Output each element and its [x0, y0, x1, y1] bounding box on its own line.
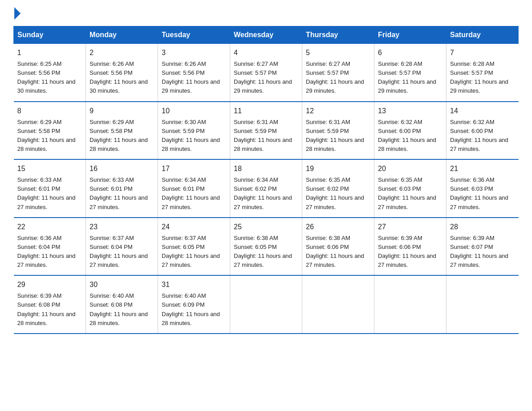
logo-arrow-icon — [14, 7, 21, 20]
calendar-cell — [302, 275, 374, 334]
day-info: Sunrise: 6:28 AMSunset: 5:57 PMDaylight:… — [378, 60, 442, 96]
day-number: 6 — [378, 47, 442, 58]
day-number: 8 — [17, 106, 82, 116]
calendar-cell: 25Sunrise: 6:38 AMSunset: 6:05 PMDayligh… — [230, 218, 302, 276]
day-info: Sunrise: 6:40 AMSunset: 6:09 PMDaylight:… — [162, 291, 226, 328]
day-info: Sunrise: 6:27 AMSunset: 5:57 PMDaylight:… — [306, 60, 370, 96]
calendar-cell — [374, 275, 446, 334]
week-row-1: 1Sunrise: 6:25 AMSunset: 5:56 PMDaylight… — [14, 44, 519, 102]
week-row-4: 22Sunrise: 6:36 AMSunset: 6:04 PMDayligh… — [14, 218, 519, 276]
header-wednesday: Wednesday — [230, 26, 302, 44]
day-info: Sunrise: 6:39 AMSunset: 6:07 PMDaylight:… — [450, 234, 515, 270]
calendar-cell: 11Sunrise: 6:31 AMSunset: 5:59 PMDayligh… — [230, 102, 302, 160]
day-info: Sunrise: 6:39 AMSunset: 6:08 PMDaylight:… — [17, 291, 82, 328]
week-row-3: 15Sunrise: 6:33 AMSunset: 6:01 PMDayligh… — [14, 159, 519, 218]
calendar-cell: 23Sunrise: 6:37 AMSunset: 6:04 PMDayligh… — [86, 218, 158, 276]
calendar-cell: 16Sunrise: 6:33 AMSunset: 6:01 PMDayligh… — [86, 159, 158, 218]
day-number: 31 — [162, 279, 226, 290]
day-info: Sunrise: 6:38 AMSunset: 6:05 PMDaylight:… — [234, 234, 298, 270]
day-info: Sunrise: 6:33 AMSunset: 6:01 PMDaylight:… — [17, 176, 82, 212]
calendar-cell: 20Sunrise: 6:35 AMSunset: 6:03 PMDayligh… — [374, 159, 446, 218]
day-info: Sunrise: 6:29 AMSunset: 5:58 PMDaylight:… — [90, 118, 154, 154]
calendar-cell: 7Sunrise: 6:28 AMSunset: 5:57 PMDaylight… — [446, 44, 519, 102]
day-info: Sunrise: 6:37 AMSunset: 6:04 PMDaylight:… — [90, 234, 154, 270]
day-number: 16 — [90, 163, 154, 174]
day-number: 22 — [17, 222, 82, 232]
day-info: Sunrise: 6:31 AMSunset: 5:59 PMDaylight:… — [234, 118, 298, 154]
day-number: 7 — [450, 47, 515, 58]
calendar-cell: 14Sunrise: 6:32 AMSunset: 6:00 PMDayligh… — [446, 102, 519, 160]
day-number: 28 — [450, 222, 515, 232]
day-number: 27 — [378, 222, 442, 232]
day-info: Sunrise: 6:40 AMSunset: 6:08 PMDaylight:… — [90, 291, 154, 328]
calendar-cell: 4Sunrise: 6:27 AMSunset: 5:57 PMDaylight… — [230, 44, 302, 102]
calendar-cell: 5Sunrise: 6:27 AMSunset: 5:57 PMDaylight… — [302, 44, 374, 102]
day-info: Sunrise: 6:33 AMSunset: 6:01 PMDaylight:… — [90, 176, 154, 212]
day-number: 14 — [450, 106, 515, 116]
calendar-cell: 1Sunrise: 6:25 AMSunset: 5:56 PMDaylight… — [14, 44, 86, 102]
day-number: 17 — [162, 163, 226, 174]
day-info: Sunrise: 6:34 AMSunset: 6:02 PMDaylight:… — [234, 176, 298, 212]
calendar-cell: 12Sunrise: 6:31 AMSunset: 5:59 PMDayligh… — [302, 102, 374, 160]
header-monday: Monday — [86, 26, 158, 44]
day-info: Sunrise: 6:32 AMSunset: 6:00 PMDaylight:… — [378, 118, 442, 154]
calendar-table: SundayMondayTuesdayWednesdayThursdayFrid… — [13, 26, 519, 334]
header-tuesday: Tuesday — [158, 26, 230, 44]
day-number: 29 — [17, 279, 82, 290]
header-sunday: Sunday — [14, 26, 86, 44]
day-number: 20 — [378, 163, 442, 174]
calendar-cell: 30Sunrise: 6:40 AMSunset: 6:08 PMDayligh… — [86, 275, 158, 334]
day-number: 1 — [17, 47, 82, 58]
calendar-cell — [230, 275, 302, 334]
calendar-cell: 26Sunrise: 6:38 AMSunset: 6:06 PMDayligh… — [302, 218, 374, 276]
calendar-cell: 28Sunrise: 6:39 AMSunset: 6:07 PMDayligh… — [446, 218, 519, 276]
calendar-cell: 6Sunrise: 6:28 AMSunset: 5:57 PMDaylight… — [374, 44, 446, 102]
day-number: 13 — [378, 106, 442, 116]
day-number: 9 — [90, 106, 154, 116]
day-info: Sunrise: 6:35 AMSunset: 6:03 PMDaylight:… — [378, 176, 442, 212]
calendar-cell: 13Sunrise: 6:32 AMSunset: 6:00 PMDayligh… — [374, 102, 446, 160]
day-number: 24 — [162, 222, 226, 232]
calendar-cell: 9Sunrise: 6:29 AMSunset: 5:58 PMDaylight… — [86, 102, 158, 160]
calendar-cell: 15Sunrise: 6:33 AMSunset: 6:01 PMDayligh… — [14, 159, 86, 218]
header-saturday: Saturday — [446, 26, 519, 44]
calendar-cell: 21Sunrise: 6:36 AMSunset: 6:03 PMDayligh… — [446, 159, 519, 218]
day-info: Sunrise: 6:36 AMSunset: 6:03 PMDaylight:… — [450, 176, 515, 212]
calendar-cell: 10Sunrise: 6:30 AMSunset: 5:59 PMDayligh… — [158, 102, 230, 160]
day-number: 12 — [306, 106, 370, 116]
day-number: 30 — [90, 279, 154, 290]
day-number: 2 — [90, 47, 154, 58]
logo — [13, 9, 21, 18]
day-info: Sunrise: 6:27 AMSunset: 5:57 PMDaylight:… — [234, 60, 298, 96]
day-number: 4 — [234, 47, 298, 58]
day-info: Sunrise: 6:30 AMSunset: 5:59 PMDaylight:… — [162, 118, 226, 154]
day-info: Sunrise: 6:37 AMSunset: 6:05 PMDaylight:… — [162, 234, 226, 270]
day-number: 10 — [162, 106, 226, 116]
calendar-cell: 27Sunrise: 6:39 AMSunset: 6:06 PMDayligh… — [374, 218, 446, 276]
calendar-cell: 3Sunrise: 6:26 AMSunset: 5:56 PMDaylight… — [158, 44, 230, 102]
calendar-header-row: SundayMondayTuesdayWednesdayThursdayFrid… — [14, 26, 519, 44]
calendar-cell: 31Sunrise: 6:40 AMSunset: 6:09 PMDayligh… — [158, 275, 230, 334]
header-friday: Friday — [374, 26, 446, 44]
day-info: Sunrise: 6:26 AMSunset: 5:56 PMDaylight:… — [90, 60, 154, 96]
week-row-2: 8Sunrise: 6:29 AMSunset: 5:58 PMDaylight… — [14, 102, 519, 160]
day-number: 3 — [162, 47, 226, 58]
day-number: 21 — [450, 163, 515, 174]
header-thursday: Thursday — [302, 26, 374, 44]
calendar-cell: 29Sunrise: 6:39 AMSunset: 6:08 PMDayligh… — [14, 275, 86, 334]
day-info: Sunrise: 6:38 AMSunset: 6:06 PMDaylight:… — [306, 234, 370, 270]
calendar-cell: 8Sunrise: 6:29 AMSunset: 5:58 PMDaylight… — [14, 102, 86, 160]
day-info: Sunrise: 6:28 AMSunset: 5:57 PMDaylight:… — [450, 60, 515, 96]
day-info: Sunrise: 6:31 AMSunset: 5:59 PMDaylight:… — [306, 118, 370, 154]
day-number: 15 — [17, 163, 82, 174]
day-number: 5 — [306, 47, 370, 58]
calendar-cell: 2Sunrise: 6:26 AMSunset: 5:56 PMDaylight… — [86, 44, 158, 102]
day-number: 23 — [90, 222, 154, 232]
day-number: 18 — [234, 163, 298, 174]
day-info: Sunrise: 6:32 AMSunset: 6:00 PMDaylight:… — [450, 118, 515, 154]
day-info: Sunrise: 6:39 AMSunset: 6:06 PMDaylight:… — [378, 234, 442, 270]
day-number: 19 — [306, 163, 370, 174]
calendar-cell — [446, 275, 519, 334]
page-header — [13, 9, 519, 18]
calendar-cell: 24Sunrise: 6:37 AMSunset: 6:05 PMDayligh… — [158, 218, 230, 276]
